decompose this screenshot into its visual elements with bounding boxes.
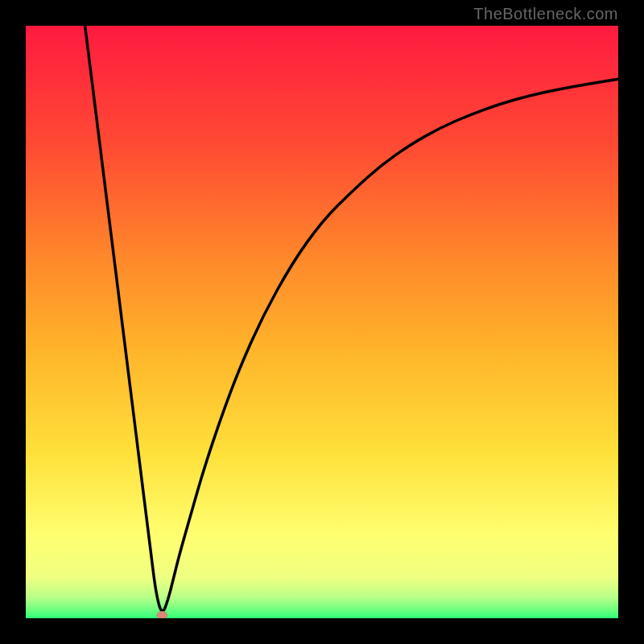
chart-background: [26, 26, 618, 618]
chart-plot: [26, 26, 618, 618]
watermark-text: TheBottleneck.com: [473, 5, 618, 23]
chart-container: TheBottleneck.com: [0, 0, 644, 644]
minimum-marker: [157, 611, 167, 618]
